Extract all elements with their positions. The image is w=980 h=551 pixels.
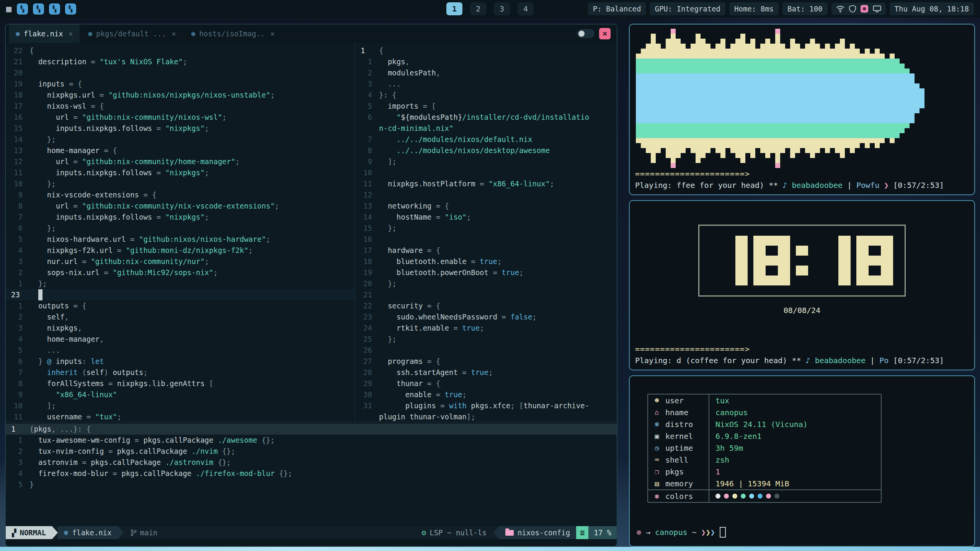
code-line[interactable]: 6 }; bbox=[6, 223, 355, 234]
code-line[interactable]: plugin thunar-volman]; bbox=[355, 411, 617, 422]
code-line[interactable]: 21 bbox=[355, 289, 617, 300]
tab-close-icon[interactable]: × bbox=[172, 29, 176, 38]
window-close-button[interactable]: × bbox=[599, 28, 611, 39]
file-segment[interactable]: ❄ flake.nix bbox=[58, 526, 118, 539]
code-line[interactable]: 5} bbox=[6, 479, 617, 490]
tab-pkgs-default-[interactable]: ❄pkgs/default ...× bbox=[81, 24, 183, 43]
tab-flake-nix[interactable]: ❄flake.nix× bbox=[9, 24, 80, 43]
code-line[interactable]: 10 bbox=[355, 167, 617, 178]
status-segment[interactable]: P: Balanced bbox=[588, 2, 646, 15]
code-line[interactable]: 13 networking = { bbox=[355, 201, 617, 212]
code-line[interactable]: 3 astronvim = pkgs.callPackage ./astronv… bbox=[6, 457, 617, 468]
code-line[interactable]: 1 pkgs, bbox=[355, 56, 617, 67]
app-launcher-icon[interactable]: ▦ bbox=[6, 4, 11, 14]
pane-flake-nix[interactable]: 22{21 description = "tux's NixOS Flake";… bbox=[6, 43, 355, 422]
code-line[interactable]: 19 inputs = { bbox=[6, 78, 355, 90]
toggle-button[interactable] bbox=[577, 29, 595, 38]
code-line[interactable]: 22{ bbox=[6, 45, 355, 56]
tag-2[interactable]: 2 bbox=[470, 2, 486, 15]
code-line[interactable]: 27 programs = { bbox=[355, 356, 617, 367]
workspace-app-icon[interactable]: ▚ bbox=[49, 3, 60, 15]
code-line[interactable]: 17 nixos-wsl = { bbox=[6, 101, 355, 112]
code-line[interactable]: 4 firefox-mod-blur = pkgs.callPackage ./… bbox=[6, 468, 617, 479]
code-line[interactable]: 8 forAllSystems = nixpkgs.lib.genAttrs [ bbox=[6, 378, 355, 389]
code-line[interactable]: 14 }; bbox=[6, 134, 355, 145]
code-line[interactable]: 26 bbox=[355, 345, 617, 356]
code-line[interactable]: 16 bbox=[355, 234, 617, 245]
code-line[interactable]: 3 nixpkgs, bbox=[6, 323, 355, 334]
code-line[interactable]: 28 ssh.startAgent = true; bbox=[355, 367, 617, 378]
code-line[interactable]: 6 "${modulesPath}/installer/cd-dvd/insta… bbox=[355, 112, 617, 123]
code-line[interactable]: 4 nixpkgs-f2k.url = "github:moni-dz/nixp… bbox=[6, 245, 355, 256]
code-line[interactable]: 1{pkgs, ...}: { bbox=[6, 424, 617, 435]
code-line[interactable]: 5 ... bbox=[6, 345, 355, 356]
pane-pkgs-default[interactable]: 1{pkgs, ...}: {1 tux-awesome-wm-config =… bbox=[6, 422, 617, 526]
code-line[interactable]: 9 ]; bbox=[355, 156, 617, 167]
code-line[interactable]: 25 }; bbox=[355, 334, 617, 345]
code-line[interactable]: 23 sudo.wheelNeedsPassword = false; bbox=[355, 311, 617, 323]
code-line[interactable]: 12 bbox=[355, 189, 617, 201]
tag-1[interactable]: 1 bbox=[446, 2, 462, 15]
code-line[interactable]: 21 description = "tux's NixOS Flake"; bbox=[6, 56, 355, 67]
tab-close-icon[interactable]: × bbox=[270, 29, 274, 38]
code-line[interactable]: 1 outputs = { bbox=[6, 300, 355, 311]
code-line[interactable]: n-cd-minimal.nix" bbox=[355, 123, 617, 134]
record-icon[interactable] bbox=[861, 5, 868, 13]
code-line[interactable]: 2 self, bbox=[6, 311, 355, 323]
status-segment[interactable]: Bat: 100 bbox=[782, 2, 828, 15]
code-line[interactable]: 1{ bbox=[355, 45, 617, 56]
code-line[interactable]: 18 nixpkgs.url = "github:nixos/nixpkgs/n… bbox=[6, 90, 355, 101]
code-line[interactable]: 12 url = "github:nix-community/home-mana… bbox=[6, 156, 355, 167]
clock-date[interactable]: Thu Aug 08, 18:18 bbox=[890, 2, 974, 15]
code-line[interactable]: 11 nixpkgs.hostPlatform = "x86_64-linux"… bbox=[355, 178, 617, 189]
code-line[interactable]: 24 rtkit.enable = true; bbox=[355, 323, 617, 334]
code-line[interactable]: 7 inputs.nixpkgs.follows = "nixpkgs"; bbox=[6, 212, 355, 223]
code-line[interactable]: 15 }; bbox=[355, 223, 617, 234]
code-line[interactable]: 31 plugins = with pkgs.xfce; [thunar-arc… bbox=[355, 400, 617, 411]
code-line[interactable]: 2 tux-nvim-config = pkgs.callPackage ./n… bbox=[6, 446, 617, 457]
code-line[interactable]: 8 ../../modules/nixos/desktop/awesome bbox=[355, 145, 617, 156]
tag-3[interactable]: 3 bbox=[494, 2, 510, 15]
code-line[interactable]: 5 nixos-hardware.url = "github:nixos/nix… bbox=[6, 234, 355, 245]
code-line[interactable]: 11 inputs.nixpkgs.follows = "nixpkgs"; bbox=[6, 167, 355, 178]
tag-4[interactable]: 4 bbox=[518, 2, 534, 15]
code-line[interactable]: 8 url = "github:nix-community/nix-vscode… bbox=[6, 201, 355, 212]
code-line[interactable]: 17 hardware = { bbox=[355, 245, 617, 256]
code-line[interactable]: 11 username = "tux"; bbox=[6, 411, 355, 422]
project-segment[interactable]: nixos-config bbox=[499, 526, 576, 539]
code-line[interactable]: 2 sops-nix.url = "github:Mic92/sops-nix"… bbox=[6, 267, 355, 278]
code-line[interactable]: 7 inherit (self) outputs; bbox=[6, 367, 355, 378]
status-segment[interactable]: GPU: Integrated bbox=[650, 2, 725, 15]
code-line[interactable]: 1 tux-awesome-wm-config = pkgs.callPacka… bbox=[6, 435, 617, 446]
git-branch-segment[interactable]: main bbox=[124, 528, 165, 537]
code-line[interactable]: 22 security = { bbox=[355, 300, 617, 311]
code-line[interactable]: 10 ]; bbox=[6, 400, 355, 411]
code-line[interactable]: 16 url = "github:nix-community/nixos-wsl… bbox=[6, 112, 355, 123]
workspace-app-icon[interactable]: ▚ bbox=[65, 3, 76, 15]
display-icon[interactable] bbox=[873, 5, 881, 13]
code-line[interactable]: 3 nur.url = "github:nix-community/nur"; bbox=[6, 256, 355, 267]
code-line[interactable]: 13 home-manager = { bbox=[6, 145, 355, 156]
code-line[interactable]: 4}: { bbox=[355, 90, 617, 101]
workspace-app-icon[interactable]: ▚ bbox=[17, 3, 28, 15]
code-line[interactable]: 20 bbox=[6, 67, 355, 78]
code-line[interactable]: 1 }; bbox=[6, 278, 355, 289]
wifi-icon[interactable] bbox=[836, 5, 844, 13]
shell-prompt[interactable]: ⊚ → canopus ~ ❯❯❯ bbox=[637, 527, 974, 538]
code-line[interactable]: 9 "x86_64-linux" bbox=[6, 389, 355, 400]
workspace-app-icon[interactable]: ▚ bbox=[33, 3, 44, 15]
code-line[interactable]: 6 } @ inputs: let bbox=[6, 356, 355, 367]
code-line[interactable]: 15 inputs.nixpkgs.follows = "nixpkgs"; bbox=[6, 123, 355, 134]
code-line[interactable]: 2 modulesPath, bbox=[355, 67, 617, 78]
code-line[interactable]: 7 ../../modules/nixos/default.nix bbox=[355, 134, 617, 145]
code-line[interactable]: 30 enable = true; bbox=[355, 389, 617, 400]
code-line[interactable]: 14 hostName = "iso"; bbox=[355, 212, 617, 223]
code-line[interactable]: 10 }; bbox=[6, 178, 355, 189]
code-line[interactable]: 19 bluetooth.powerOnBoot = true; bbox=[355, 267, 617, 278]
code-line[interactable]: 23 bbox=[6, 289, 355, 300]
code-line[interactable]: 4 home-manager, bbox=[6, 334, 355, 345]
code-line[interactable]: 5 imports = [ bbox=[355, 101, 617, 112]
code-line[interactable]: 9 nix-vscode-extensions = { bbox=[6, 189, 355, 201]
pane-iso-image[interactable]: 1{1 pkgs,2 modulesPath,3 ...4}: {5 impor… bbox=[355, 43, 617, 422]
tab-close-icon[interactable]: × bbox=[69, 29, 73, 38]
